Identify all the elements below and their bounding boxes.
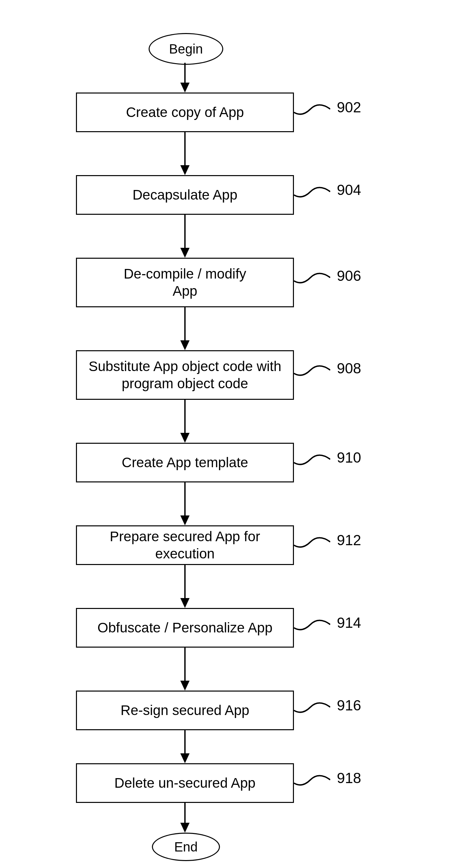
leader-line-912	[294, 532, 330, 552]
leader-line-904	[294, 182, 330, 202]
leader-line-902	[294, 99, 330, 119]
svg-marker-1	[180, 83, 190, 93]
arrow-914-to-916	[178, 648, 192, 690]
svg-marker-9	[180, 433, 190, 443]
svg-marker-7	[180, 340, 190, 350]
svg-marker-17	[180, 753, 190, 763]
process-step-916: Re-sign secured App	[76, 690, 294, 730]
arrow-910-to-912	[178, 483, 192, 525]
process-step-904: Decapsulate App	[76, 175, 294, 215]
process-step-910: Create App template	[76, 443, 294, 483]
ref-label-910: 910	[337, 450, 361, 466]
svg-marker-3	[180, 165, 190, 175]
svg-marker-15	[180, 681, 190, 690]
ref-label-918: 918	[337, 770, 361, 786]
leader-line-914	[294, 615, 330, 634]
terminator-begin: Begin	[148, 33, 223, 65]
arrow-906-to-908	[178, 307, 192, 350]
ref-label-902: 902	[337, 99, 361, 116]
arrow-begin-to-902	[178, 63, 192, 93]
arrow-908-to-910	[178, 400, 192, 443]
svg-marker-13	[180, 598, 190, 608]
process-step-908: Substitute App object code with program …	[76, 350, 294, 400]
ref-label-914: 914	[337, 615, 361, 631]
terminator-end: End	[152, 833, 220, 861]
arrow-916-to-918	[178, 730, 192, 763]
svg-marker-11	[180, 516, 190, 525]
process-step-902: Create copy of App	[76, 93, 294, 132]
flowchart-canvas: Begin Create copy of App 902 Decapsulate…	[0, 0, 465, 868]
ref-label-906: 906	[337, 268, 361, 284]
ref-label-912: 912	[337, 532, 361, 549]
process-step-912: Prepare secured App for execution	[76, 525, 294, 565]
leader-line-908	[294, 360, 330, 380]
svg-marker-5	[180, 248, 190, 258]
svg-marker-19	[180, 823, 190, 833]
arrow-912-to-914	[178, 565, 192, 608]
leader-line-918	[294, 770, 330, 790]
ref-label-916: 916	[337, 697, 361, 714]
process-step-918: Delete un-secured App	[76, 763, 294, 803]
arrow-904-to-906	[178, 215, 192, 258]
leader-line-910	[294, 450, 330, 469]
leader-line-906	[294, 268, 330, 287]
process-step-914: Obfuscate / Personalize App	[76, 608, 294, 648]
process-step-906: De-compile / modify App	[76, 258, 294, 307]
leader-line-916	[294, 697, 330, 717]
arrow-918-to-end	[178, 803, 192, 833]
ref-label-904: 904	[337, 182, 361, 198]
ref-label-908: 908	[337, 360, 361, 377]
arrow-902-to-904	[178, 132, 192, 175]
